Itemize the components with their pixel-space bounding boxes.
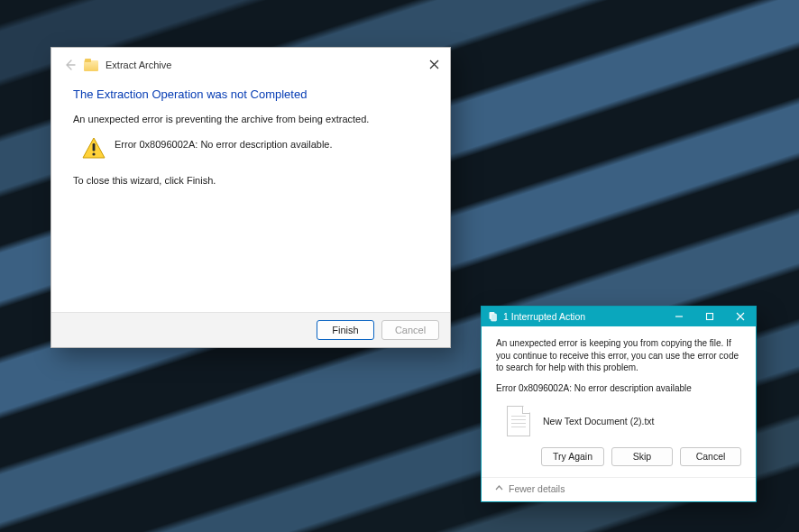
cancel-button[interactable]: Cancel xyxy=(381,320,439,340)
back-button[interactable] xyxy=(64,59,77,71)
file-icon xyxy=(507,406,530,436)
minimize-button[interactable] xyxy=(664,307,694,326)
maximize-button[interactable] xyxy=(694,307,725,326)
svg-rect-3 xyxy=(491,314,497,321)
interrupted-action-dialog: 1 Interrupted Action An unexpected error… xyxy=(481,306,757,502)
dialog-titlebar: 1 Interrupted Action xyxy=(482,307,756,326)
wizard-close-hint: To close this wizard, click Finish. xyxy=(73,175,428,186)
folder-icon xyxy=(84,59,98,71)
warning-icon xyxy=(82,137,106,159)
wizard-body: Extract Archive The Extraction Operation… xyxy=(51,48,450,312)
finish-button[interactable]: Finish xyxy=(317,320,374,340)
wizard-subtitle: An unexpected error is preventing the ar… xyxy=(73,114,428,124)
svg-rect-0 xyxy=(93,143,96,151)
close-icon xyxy=(736,312,745,321)
wizard-content: The Extraction Operation was not Complet… xyxy=(51,77,450,186)
dialog-message: An unexpected error is keeping you from … xyxy=(496,337,741,374)
wizard-error-text: Error 0x8096002A: No error description a… xyxy=(115,137,333,150)
close-icon xyxy=(429,60,439,69)
chevron-up-icon xyxy=(494,484,503,493)
dialog-button-row: Try Again Skip Cancel xyxy=(496,447,741,470)
fewer-details-toggle[interactable]: Fewer details xyxy=(482,477,756,501)
back-arrow-icon xyxy=(65,60,76,70)
wizard-header: Extract Archive xyxy=(51,48,450,77)
error-row: Error 0x8096002A: No error description a… xyxy=(82,137,428,159)
svg-rect-4 xyxy=(707,314,713,320)
try-again-button[interactable]: Try Again xyxy=(541,447,604,466)
extract-archive-wizard: Extract Archive The Extraction Operation… xyxy=(51,47,451,348)
wizard-footer: Finish Cancel xyxy=(51,312,450,347)
copy-icon xyxy=(487,311,498,322)
fewer-details-label: Fewer details xyxy=(509,483,565,494)
dialog-error-text: Error 0x8096002A: No error description a… xyxy=(496,383,741,393)
dialog-close-button[interactable] xyxy=(725,307,756,326)
maximize-icon xyxy=(705,312,714,321)
wizard-header-label: Extract Archive xyxy=(106,60,171,70)
close-button[interactable] xyxy=(425,55,443,73)
dialog-title: 1 Interrupted Action xyxy=(503,311,585,322)
file-row: New Text Document (2).txt xyxy=(496,404,741,447)
file-name: New Text Document (2).txt xyxy=(543,416,655,427)
svg-point-1 xyxy=(92,152,95,155)
titlebar-left: 1 Interrupted Action xyxy=(482,311,664,322)
wizard-title: The Extraction Operation was not Complet… xyxy=(73,87,428,101)
minimize-icon xyxy=(675,312,684,321)
dialog-cancel-button[interactable]: Cancel xyxy=(680,447,741,466)
skip-button[interactable]: Skip xyxy=(611,447,673,466)
dialog-body: An unexpected error is keeping you from … xyxy=(482,326,756,477)
